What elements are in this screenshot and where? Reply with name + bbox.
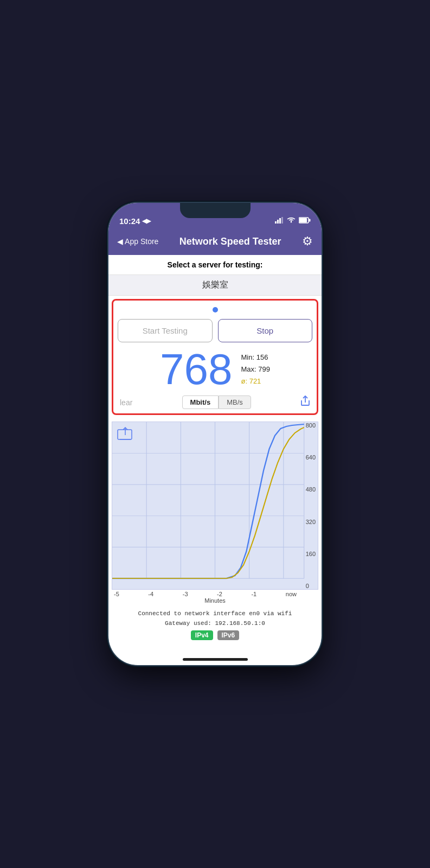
x-label-minus3: -3 — [183, 591, 188, 597]
chart-svg — [112, 422, 318, 589]
wifi-icon — [287, 216, 296, 226]
status-bar: 10:24 ◀▶ — [108, 203, 322, 230]
footer-info: Connected to network interface en0 via w… — [108, 605, 322, 630]
svg-rect-7 — [309, 219, 311, 222]
server-select-label: Select a server for testing: — [108, 255, 322, 275]
phone-screen: 10:24 ◀▶ ◀ App Store Network Speed Teste — [108, 203, 322, 665]
share-button[interactable] — [300, 395, 310, 409]
svg-point-4 — [291, 221, 292, 222]
speed-chart: 800 640 480 320 160 0 — [112, 422, 318, 590]
home-indicator — [183, 658, 248, 661]
svg-rect-1 — [277, 220, 279, 224]
ipv4-badge: IPv4 — [191, 630, 213, 640]
speed-stats: Min: 156 Max: 799 ø: 721 — [241, 352, 270, 387]
speed-value: 768 — [160, 348, 232, 391]
signal-icon — [275, 216, 284, 226]
back-label: ◀ App Store — [117, 237, 158, 246]
stop-label: Stop — [256, 326, 273, 335]
server-name-text: 娛樂室 — [202, 280, 228, 289]
server-select-text: Select a server for testing: — [168, 260, 263, 269]
footer-line2: Gateway used: 192.168.50.1:0 — [111, 619, 319, 629]
clear-button[interactable]: lear — [120, 398, 132, 407]
ipv6-badge: IPv6 — [217, 630, 240, 640]
stop-button[interactable]: Stop — [218, 319, 313, 342]
x-label-now: now — [286, 591, 297, 597]
time-display: 10:24 — [119, 216, 140, 226]
chart-x-labels: -5 -4 -3 -2 -1 now — [112, 590, 318, 597]
notch — [180, 203, 251, 218]
stat-avg: ø: 721 — [241, 375, 270, 387]
mb-label: MB/s — [227, 398, 243, 406]
status-icons — [275, 216, 311, 226]
upload-icon — [117, 426, 134, 442]
button-row: Start Testing Stop — [118, 319, 312, 342]
start-label: Start Testing — [143, 326, 188, 335]
back-button[interactable]: ◀ App Store — [117, 237, 158, 246]
unit-buttons: Mbit/s MB/s — [182, 395, 251, 409]
nav-bar: ◀ App Store Network Speed Tester ⚙ — [108, 230, 322, 255]
ip-badge-row: IPv4 IPv6 — [108, 630, 322, 640]
progress-dot — [213, 307, 218, 312]
settings-button[interactable]: ⚙ — [302, 234, 313, 248]
svg-rect-6 — [299, 218, 307, 222]
stat-min: Min: 156 — [241, 352, 270, 363]
svg-rect-0 — [275, 221, 277, 224]
svg-rect-3 — [281, 217, 283, 224]
signal-arrow-icon: ◀▶ — [142, 218, 151, 225]
dot-indicator — [118, 305, 312, 315]
svg-rect-2 — [279, 218, 281, 224]
unit-row: lear Mbit/s MB/s — [118, 395, 312, 409]
mb-unit-button[interactable]: MB/s — [219, 395, 251, 409]
x-label-minus4: -4 — [148, 591, 153, 597]
start-testing-button[interactable]: Start Testing — [118, 319, 213, 342]
speed-display-row: 768 Min: 156 Max: 799 ø: 721 — [118, 348, 312, 391]
x-label-minus5: -5 — [114, 591, 119, 597]
footer-line1: Connected to network interface en0 via w… — [111, 609, 319, 619]
svg-rect-8 — [118, 430, 132, 439]
mbit-label: Mbit/s — [190, 398, 211, 406]
app-title: Network Speed Tester — [179, 236, 281, 247]
x-label-minus1: -1 — [251, 591, 256, 597]
status-time: 10:24 ◀▶ — [119, 216, 151, 226]
phone-frame: 10:24 ◀▶ ◀ App Store Network Speed Teste — [108, 203, 322, 665]
chart-area: 800 640 480 320 160 0 -5 -4 -3 -2 -1 now… — [108, 418, 322, 605]
x-axis-unit: Minutes — [112, 597, 318, 605]
server-name[interactable]: 娛樂室 — [108, 275, 322, 296]
x-label-minus2: -2 — [217, 591, 222, 597]
battery-icon — [299, 216, 311, 226]
test-panel: Start Testing Stop 768 Min: 156 Max: 799… — [112, 299, 318, 415]
mbit-unit-button[interactable]: Mbit/s — [182, 395, 219, 409]
stat-max: Max: 799 — [241, 363, 270, 375]
clear-label: lear — [120, 398, 132, 407]
